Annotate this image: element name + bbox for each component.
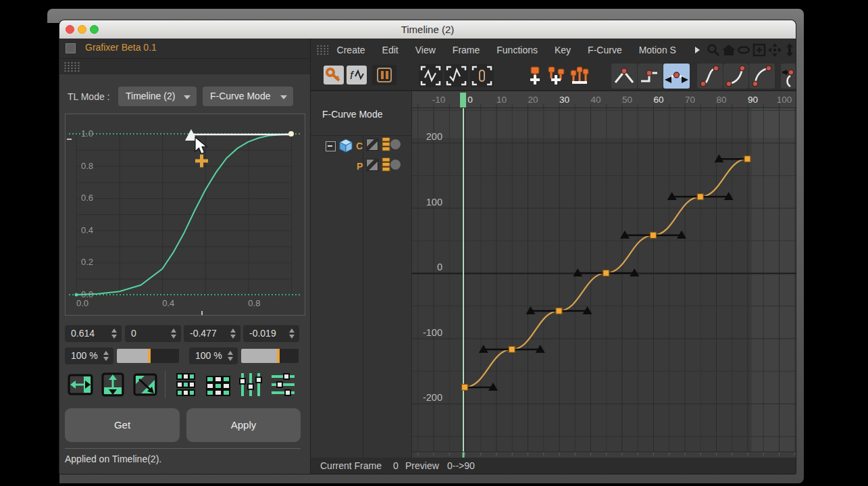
motion-mode-button[interactable]: [372, 65, 397, 85]
ruler-label-60: 60: [653, 95, 663, 105]
keyframe-point[interactable]: [509, 346, 515, 352]
collapse-toggle[interactable]: [326, 141, 336, 151]
stepper-icon[interactable]: [103, 351, 109, 361]
ease-out-button[interactable]: [749, 64, 775, 89]
fcurve-graph[interactable]: 2001000-100-200: [412, 108, 796, 452]
menu-frame[interactable]: Frame: [453, 45, 480, 55]
apply-button[interactable]: Apply: [186, 408, 301, 442]
strength-left-field[interactable]: 100 %: [65, 347, 113, 364]
keyframe-point[interactable]: [462, 384, 468, 390]
stretch-vertical-button[interactable]: [99, 370, 127, 399]
stepper-icon[interactable]: [171, 329, 177, 339]
stepper-icon[interactable]: [228, 351, 234, 361]
linear-tangent-button[interactable]: [611, 64, 637, 89]
tangent-extra-button[interactable]: [781, 64, 796, 89]
keyframe-point[interactable]: [603, 270, 609, 276]
menu-key[interactable]: Key: [555, 45, 571, 55]
keyframe-point[interactable]: [650, 233, 657, 239]
curve-editor-canvas[interactable]: 1.00.80.60.40.20.00.00.40.8: [66, 114, 305, 315]
mini-x-label: 0.8: [248, 298, 260, 308]
tangent-x2-value: -0.477: [190, 328, 217, 339]
stretch-horizontal-button[interactable]: [66, 370, 95, 399]
tangent-x1-field[interactable]: 0.614: [65, 325, 122, 342]
layer-color-icon[interactable]: [366, 159, 378, 171]
object-name-truncated[interactable]: C: [356, 141, 363, 151]
strength-right-slider[interactable]: [241, 349, 299, 363]
vertical-sliders-icon: [236, 370, 265, 399]
ease-in-button[interactable]: [723, 64, 748, 89]
horizontal-sliders-button[interactable]: [269, 370, 297, 399]
record-keys-button[interactable]: [568, 65, 590, 87]
region-icon[interactable]: [735, 43, 750, 57]
curve-editor[interactable]: 1.00.80.60.40.20.00.00.40.8: [65, 114, 305, 316]
scale-diagonal-button[interactable]: [131, 370, 159, 399]
columns-pattern-button[interactable]: [172, 370, 200, 399]
smooth-tangent-button[interactable]: [663, 64, 690, 89]
rows-pattern-button[interactable]: [204, 370, 232, 399]
mini-x-label: 0.4: [162, 298, 174, 308]
tangent-y2-value: -0.019: [249, 328, 276, 339]
tangent-x2-field[interactable]: -0.477: [184, 325, 240, 342]
mini-x-label: 0.0: [76, 298, 88, 308]
menu-f-curve[interactable]: F-Curve: [588, 45, 622, 55]
menu-motion-s[interactable]: Motion S: [639, 45, 676, 55]
track-name-truncated[interactable]: P: [357, 161, 363, 172]
wave-bracket-icon: [419, 64, 442, 87]
menu-edit[interactable]: Edit: [382, 45, 399, 55]
grip-icon[interactable]: [316, 45, 328, 55]
bottom-tick-ruler[interactable]: [412, 452, 796, 458]
stepper-icon[interactable]: [289, 329, 295, 339]
ease-ease-icon: [697, 64, 723, 89]
home-icon[interactable]: [720, 43, 736, 57]
motion-clip-icon: [372, 65, 397, 85]
stepper-icon[interactable]: [230, 329, 236, 339]
timeline-ruler[interactable]: -100102030405060708090100: [412, 91, 796, 108]
fcurve-mode-select[interactable]: F-Curve Mode: [203, 87, 293, 106]
get-button[interactable]: Get: [65, 408, 180, 442]
curve-start-point[interactable]: [75, 293, 78, 297]
keyframe-stack-icon[interactable]: [382, 157, 390, 172]
timeline-select[interactable]: Timeline (2): [118, 87, 197, 106]
layer-color-icon[interactable]: [366, 139, 378, 151]
strength-right-field[interactable]: 100 %: [189, 347, 238, 364]
ease-ease-button[interactable]: [697, 64, 723, 89]
key-mode-button[interactable]: [324, 66, 344, 84]
ruler-label-30: 30: [559, 95, 569, 105]
move-view-icon[interactable]: [766, 43, 782, 57]
add-keys-button[interactable]: [546, 65, 567, 87]
linear-tangent-icon: [611, 64, 637, 89]
add-key-button[interactable]: [525, 65, 545, 87]
scale-view-icon[interactable]: [782, 43, 796, 57]
tangent-y1-field[interactable]: 0: [125, 325, 181, 342]
slider-handle[interactable]: [277, 349, 280, 363]
keyframe-point[interactable]: [697, 194, 703, 200]
keyframe-point[interactable]: [744, 156, 750, 162]
step-tangent-button[interactable]: [638, 64, 663, 89]
stepper-icon[interactable]: [111, 329, 118, 339]
keyframe-stack-icon[interactable]: [382, 137, 390, 151]
tangent-y2-field[interactable]: -0.019: [243, 325, 299, 342]
frame-all-icon[interactable]: [750, 43, 766, 57]
strength-left-value: 100 %: [71, 350, 98, 361]
auto-mode-wave-button[interactable]: [419, 64, 442, 87]
menu-overflow-icon[interactable]: [693, 45, 700, 55]
strength-left-slider[interactable]: [117, 349, 179, 363]
zoom-tool-icon[interactable]: [705, 43, 719, 57]
curve-end-point[interactable]: [288, 131, 294, 137]
titlebar[interactable]: Timeline (2): [59, 20, 796, 39]
grafixer-checkbox[interactable]: [66, 43, 76, 53]
menu-create[interactable]: Create: [337, 45, 365, 55]
solo-dot[interactable]: [390, 139, 401, 149]
slider-handle[interactable]: [148, 349, 151, 363]
grafixer-grip-row[interactable]: [59, 58, 311, 74]
vertical-sliders-button[interactable]: [236, 370, 265, 399]
keyframe-point[interactable]: [556, 308, 562, 314]
solo-dot[interactable]: [390, 160, 401, 170]
auto-mode-bar-button[interactable]: [470, 64, 494, 87]
playhead-marker[interactable]: [460, 93, 466, 107]
cube-object-icon[interactable]: [338, 138, 353, 153]
menu-functions[interactable]: Functions: [496, 45, 538, 55]
auto-mode-pulse-button[interactable]: [444, 64, 468, 87]
menu-view[interactable]: View: [415, 45, 436, 55]
fcurve-mode-button[interactable]: f: [347, 66, 367, 84]
